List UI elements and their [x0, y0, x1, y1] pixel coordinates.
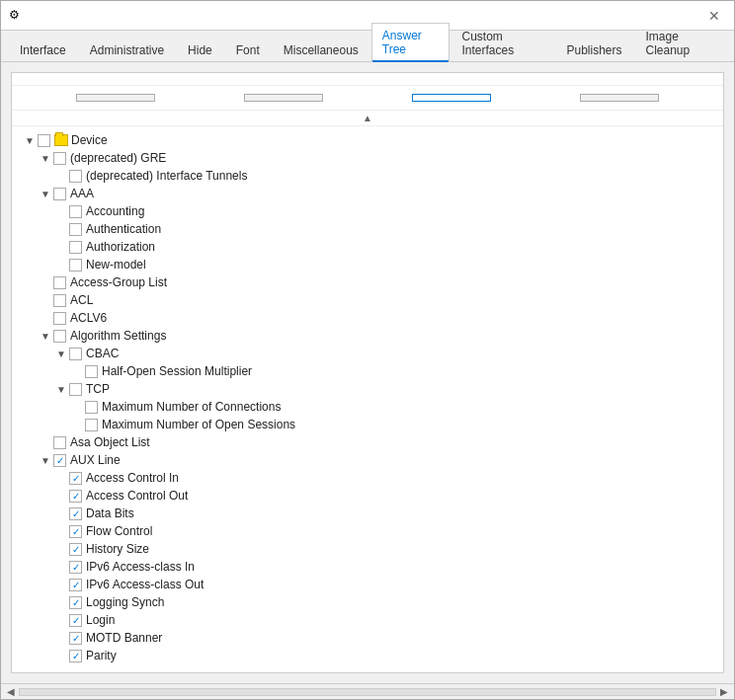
tree-checkbox[interactable]: ✓	[53, 454, 66, 467]
tree-checkbox[interactable]	[53, 436, 66, 449]
content-area: ▲ ▼Device▼(deprecated) GRE(deprecated) I…	[1, 62, 734, 683]
tree-checkbox[interactable]	[69, 205, 82, 218]
tree-label[interactable]: Algorithm Settings	[70, 329, 166, 343]
tree-label[interactable]: TCP	[86, 382, 110, 396]
tree-checkbox[interactable]: ✓	[69, 614, 82, 627]
expand-button	[53, 470, 69, 486]
tree-label[interactable]: Asa Object List	[70, 435, 150, 449]
tree-checkbox[interactable]: ✓	[69, 507, 82, 520]
expand-button	[53, 594, 69, 610]
tree-row: ▼Algorithm Settings	[22, 327, 713, 345]
tree-label[interactable]: Authentication	[86, 222, 161, 236]
tree-checkbox[interactable]	[38, 134, 50, 147]
tree-label[interactable]: History Size	[86, 542, 149, 556]
tree-checkbox[interactable]	[53, 330, 66, 343]
tab-answer-tree[interactable]: Answer Tree	[371, 23, 449, 62]
tree-node-max-open-sessions: Maximum Number of Open Sessions	[22, 416, 713, 433]
tree-label[interactable]: CBAC	[86, 347, 119, 360]
tree-label[interactable]: AAA	[70, 187, 94, 200]
tree-label[interactable]: Access Control Out	[86, 489, 188, 503]
expand-button[interactable]: ▼	[53, 346, 69, 361]
tree-label[interactable]: Login	[86, 613, 115, 627]
tree-checkbox[interactable]	[85, 401, 98, 414]
tree-row: Authentication	[22, 220, 713, 238]
tree-checkbox[interactable]	[53, 152, 66, 165]
tree-checkbox[interactable]: ✓	[69, 632, 82, 645]
show-all-button[interactable]	[76, 94, 155, 102]
tree-label[interactable]: Accounting	[86, 204, 144, 218]
tree-checkbox[interactable]: ✓	[69, 579, 82, 591]
tree-label[interactable]: AUX Line	[70, 453, 121, 467]
router-button[interactable]	[412, 94, 491, 102]
tree-checkbox[interactable]	[85, 365, 98, 378]
tree-label[interactable]: IPv6 Access-class Out	[86, 578, 204, 591]
expand-button	[53, 488, 69, 504]
tab-image-cleanup[interactable]: Image Cleanup	[634, 24, 724, 62]
close-button[interactable]: ✕	[702, 6, 726, 26]
tree-row: Half-Open Session Multiplier	[22, 362, 713, 380]
tree-area[interactable]: ▼Device▼(deprecated) GRE(deprecated) Int…	[12, 126, 723, 672]
scroll-left-button[interactable]: ◀	[3, 686, 19, 697]
tree-checkbox[interactable]: ✓	[69, 490, 82, 503]
switch-button[interactable]	[580, 94, 659, 102]
expand-button	[38, 434, 53, 450]
tree-label[interactable]: Parity	[86, 649, 117, 662]
tree-checkbox[interactable]	[53, 188, 66, 200]
tree-label[interactable]: Flow Control	[86, 524, 152, 538]
tree-label[interactable]: (deprecated) GRE	[70, 151, 166, 165]
chevron-up-icon[interactable]: ▲	[363, 113, 372, 123]
expand-button[interactable]: ▼	[38, 186, 53, 201]
tree-label[interactable]: Maximum Number of Connections	[102, 400, 281, 414]
tree-checkbox[interactable]: ✓	[69, 543, 82, 556]
tree-checkbox[interactable]: ✓	[69, 525, 82, 538]
tab-administrative[interactable]: Administrative	[79, 38, 175, 62]
tree-label[interactable]: ACL	[70, 293, 93, 307]
tree-label[interactable]: Logging Synch	[86, 595, 164, 609]
expand-button[interactable]: ▼	[53, 381, 69, 397]
tree-checkbox[interactable]	[53, 312, 66, 325]
default-button[interactable]	[244, 94, 323, 102]
expand-button[interactable]: ▼	[38, 150, 53, 166]
app-icon: ⚙	[9, 8, 25, 24]
tree-label[interactable]: Access-Group List	[70, 275, 167, 289]
tree-label[interactable]: Half-Open Session Multiplier	[102, 364, 252, 378]
expand-button[interactable]: ▼	[38, 452, 53, 468]
tree-label[interactable]: New-model	[86, 258, 146, 272]
tree-label[interactable]: Maximum Number of Open Sessions	[102, 418, 295, 431]
tree-checkbox[interactable]	[69, 348, 82, 360]
tree-checkbox[interactable]	[69, 259, 82, 272]
tab-hide[interactable]: Hide	[177, 38, 223, 62]
tree-label[interactable]: (deprecated) Interface Tunnels	[86, 169, 247, 183]
horizontal-scrollbar[interactable]: ◀ ▶	[1, 683, 734, 699]
tree-checkbox[interactable]: ✓	[69, 650, 82, 662]
tree-label[interactable]: ACLV6	[70, 311, 107, 325]
tree-label[interactable]: Authorization	[86, 240, 155, 254]
expand-button[interactable]: ▼	[22, 132, 38, 148]
tree-checkbox[interactable]	[69, 241, 82, 254]
tree-checkbox[interactable]	[53, 276, 66, 289]
tab-font[interactable]: Font	[225, 38, 271, 62]
tree-checkbox[interactable]	[69, 170, 82, 183]
tree-checkbox[interactable]: ✓	[69, 472, 82, 485]
tree-checkbox[interactable]	[53, 294, 66, 307]
tree-label[interactable]: IPv6 Access-class In	[86, 560, 195, 574]
expand-button	[38, 310, 53, 326]
tab-custom-interfaces[interactable]: Custom Interfaces	[451, 24, 554, 62]
tree-label[interactable]: MOTD Banner	[86, 631, 162, 645]
tree-label[interactable]: Device	[71, 133, 108, 147]
tree-checkbox[interactable]: ✓	[69, 596, 82, 609]
tree-checkbox[interactable]: ✓	[69, 561, 82, 574]
title-bar-left: ⚙	[9, 8, 31, 24]
tree-label[interactable]: Access Control In	[86, 471, 179, 485]
expand-button[interactable]: ▼	[38, 328, 53, 344]
tree-checkbox[interactable]	[69, 223, 82, 236]
tab-interface[interactable]: Interface	[9, 38, 77, 62]
tree-label[interactable]: Data Bits	[86, 506, 134, 520]
scroll-right-button[interactable]: ▶	[716, 686, 732, 697]
tree-checkbox[interactable]	[85, 419, 98, 431]
tab-miscellaneous[interactable]: Miscellaneous	[273, 38, 369, 62]
scroll-track[interactable]	[19, 688, 716, 696]
tree-checkbox[interactable]	[69, 383, 82, 396]
tab-publishers[interactable]: Publishers	[555, 38, 632, 62]
expand-button	[69, 417, 85, 432]
